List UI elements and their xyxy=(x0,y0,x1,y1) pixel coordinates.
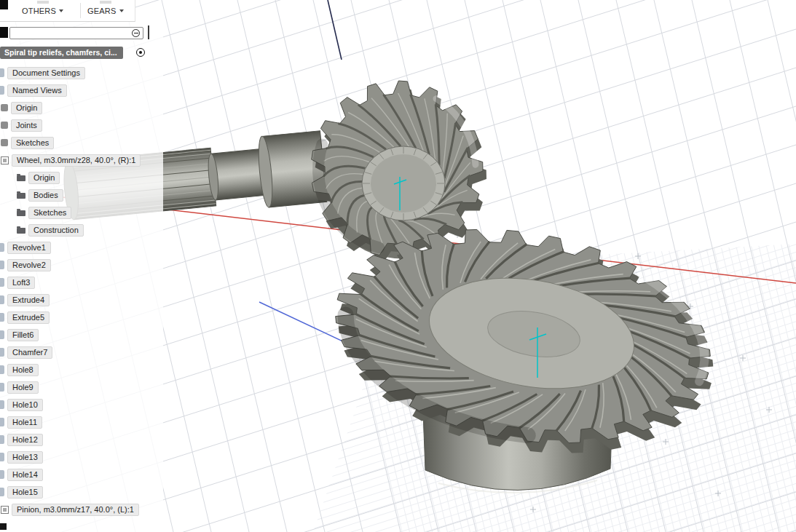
tree-item-label: Chamfer7 xyxy=(7,346,52,359)
wheel-gear xyxy=(336,229,714,493)
tree-item-origin[interactable]: Origin xyxy=(0,99,163,116)
menu-gears-label: GEARS xyxy=(87,7,117,15)
tree-item-hole15[interactable]: Hole15 xyxy=(0,483,163,501)
tree-item-revolve1[interactable]: Revolve1 xyxy=(0,239,163,256)
tree-item-label: Hole12 xyxy=(7,434,43,446)
tree-item-joints[interactable]: Joints xyxy=(0,116,163,134)
collapse-all-icon[interactable] xyxy=(132,29,140,37)
folder-icon xyxy=(17,210,25,216)
toolbar-icon-sliver xyxy=(100,1,111,4)
clipped-icon xyxy=(0,470,4,479)
chevron-down-icon xyxy=(119,9,124,12)
tree-item-label: Hole9 xyxy=(7,381,39,394)
tree-item-label: Hole14 xyxy=(7,469,43,481)
tree-item-hole9[interactable]: Hole9 xyxy=(0,378,163,396)
activate-radio-icon[interactable] xyxy=(136,48,145,57)
clipped-icon xyxy=(0,261,4,269)
tree-item-label: Loft3 xyxy=(7,277,35,289)
toolbar-menu-others[interactable]: OTHERS xyxy=(22,1,63,15)
clipped-icon xyxy=(0,348,4,357)
browser-search xyxy=(9,27,143,39)
folder-icon xyxy=(17,175,25,181)
tree-item-hole11[interactable]: Hole11 xyxy=(0,413,163,431)
tree-item-construction[interactable]: Construction xyxy=(0,221,163,239)
tree-item-fillet6[interactable]: Fillet6 xyxy=(0,326,163,344)
tree-item-label: Origin xyxy=(11,102,42,114)
menu-others-label: OTHERS xyxy=(22,7,56,15)
node-icon xyxy=(1,139,8,146)
toolbar-menu-gears[interactable]: GEARS xyxy=(87,1,124,15)
document-title[interactable]: Spiral tip reliefs, chamfers, ci... xyxy=(0,47,123,59)
clipped-icon xyxy=(0,418,4,426)
tree-item-label: Extrude4 xyxy=(7,294,50,306)
clipped-icon xyxy=(0,453,4,461)
clipped-icon xyxy=(0,295,4,304)
tree-item-label: Hole10 xyxy=(7,399,43,411)
tree-item-pinion-m3-0mm-z17-40-0-l-1[interactable]: Pinion, m3.0mm/z17, 40.0°, (L):1 xyxy=(0,501,163,518)
folder-icon xyxy=(17,228,25,234)
tree-item-wheel-m3-0mm-z28-40-0-r-1[interactable]: Wheel, m3.0mm/z28, 40.0°, (R):1 xyxy=(0,151,163,169)
clipped-icon xyxy=(0,243,4,252)
node-icon xyxy=(1,104,8,111)
browser-panel: Spiral tip reliefs, chamfers, ci... Docu… xyxy=(0,22,163,532)
clipped-icon xyxy=(0,86,4,95)
tree-item-hole10[interactable]: Hole10 xyxy=(0,396,163,413)
toolbar-icon-sliver xyxy=(37,1,49,4)
tree-item-origin[interactable]: Origin xyxy=(0,169,163,186)
tree-item-document-settings[interactable]: Document Settings xyxy=(0,64,163,82)
tree-item-revolve2[interactable]: Revolve2 xyxy=(0,256,163,274)
tree-item-label: Wheel, m3.0mm/z28, 40.0°, (R):1 xyxy=(12,154,141,167)
tree-item-hole14[interactable]: Hole14 xyxy=(0,466,163,483)
component-icon xyxy=(1,506,9,514)
clipped-icon xyxy=(0,68,4,77)
pinion-gear xyxy=(312,81,486,265)
tree-item-label: Sketches xyxy=(28,207,71,219)
app-icon[interactable] xyxy=(0,0,8,9)
tree-item-label: Origin xyxy=(28,172,60,184)
search-input[interactable] xyxy=(10,30,143,41)
z-axis-line xyxy=(328,0,342,60)
clipped-icon xyxy=(0,400,4,409)
tree-item-label: Revolve2 xyxy=(7,259,51,271)
tree-item-label: Sketches xyxy=(11,137,54,149)
tree-item-label: Bodies xyxy=(28,189,63,202)
tree-item-hole8[interactable]: Hole8 xyxy=(0,361,163,378)
clipped-icon xyxy=(0,278,4,287)
tree-item-named-views[interactable]: Named Views xyxy=(0,82,163,99)
tree-item-hole13[interactable]: Hole13 xyxy=(0,448,163,466)
tree-item-label: Construction xyxy=(28,224,84,237)
clipped-icon xyxy=(0,435,4,444)
tree-icon-clipped xyxy=(0,523,7,530)
clipped-icon xyxy=(0,383,4,392)
browser-tree: Document SettingsNamed ViewsOriginJoints… xyxy=(0,64,163,518)
node-icon xyxy=(1,122,8,129)
tree-item-label: Document Settings xyxy=(7,67,85,79)
tree-item-label: Hole15 xyxy=(7,486,43,499)
tree-item-label: Hole11 xyxy=(7,416,42,429)
clipped-icon xyxy=(0,488,4,496)
tree-item-label: Hole8 xyxy=(7,364,39,376)
document-title-label: Spiral tip reliefs, chamfers, ci... xyxy=(4,48,117,57)
tree-item-sketches[interactable]: Sketches xyxy=(0,134,163,151)
tree-item-extrude5[interactable]: Extrude5 xyxy=(0,309,163,326)
component-icon xyxy=(1,156,9,164)
tree-item-label: Revolve1 xyxy=(7,242,51,254)
clipped-icon xyxy=(0,330,4,339)
clipped-icon xyxy=(0,365,4,374)
tree-item-label: Named Views xyxy=(7,84,67,97)
tree-item-label: Pinion, m3.0mm/z17, 40.0°, (L):1 xyxy=(12,504,139,516)
clipped-icon xyxy=(0,313,4,322)
tree-item-chamfer7[interactable]: Chamfer7 xyxy=(0,344,163,361)
tree-item-label: Joints xyxy=(11,119,42,132)
tree-item-bodies[interactable]: Bodies xyxy=(0,186,163,204)
tree-item-label: Fillet6 xyxy=(7,329,39,341)
toolbar: OTHERS GEARS xyxy=(0,0,135,22)
tree-item-loft3[interactable]: Loft3 xyxy=(0,274,163,291)
text-caret xyxy=(148,25,149,39)
tree-item-sketches[interactable]: Sketches xyxy=(0,204,163,221)
folder-icon xyxy=(17,193,25,199)
browser-icon-clipped xyxy=(0,27,8,38)
tree-item-hole12[interactable]: Hole12 xyxy=(0,431,163,448)
app-window: OTHERS GEARS Spiral tip reliefs, chamfer… xyxy=(0,0,796,532)
tree-item-extrude4[interactable]: Extrude4 xyxy=(0,291,163,309)
